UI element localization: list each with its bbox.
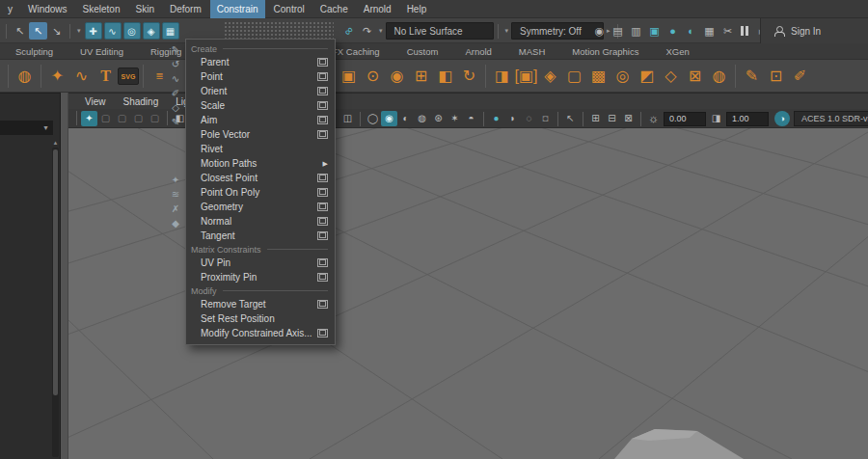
circle-overlap-icon[interactable]: ◉ bbox=[385, 63, 409, 90]
edit-points-icon[interactable]: ⊡ bbox=[764, 63, 788, 90]
menu-item-scale[interactable]: Scale bbox=[186, 98, 335, 113]
menubar-item-cache[interactable]: Cache bbox=[313, 0, 355, 18]
resolution-gate-icon[interactable]: ▥ bbox=[627, 22, 645, 40]
option-box-icon[interactable] bbox=[317, 329, 328, 338]
menubar-item-deform[interactable]: Deform bbox=[163, 0, 208, 18]
snap-curve-icon[interactable]: ∿ bbox=[104, 22, 122, 40]
grid-eye-icon[interactable]: ◉ bbox=[590, 22, 609, 40]
rotate-cube-icon[interactable]: ◧ bbox=[433, 63, 457, 90]
scroll-up-arrow[interactable]: ▲ bbox=[52, 138, 59, 147]
cube-grid-icon[interactable]: ▩ bbox=[586, 63, 610, 90]
vp-gate-icon[interactable]: ▢ bbox=[114, 111, 130, 126]
x-square-icon[interactable]: ⊠ bbox=[683, 63, 707, 90]
pencil-plus-icon[interactable]: ✐ bbox=[788, 63, 812, 90]
rig-rotate-icon[interactable]: ↺ bbox=[172, 57, 179, 71]
menubar-item-windows[interactable]: Windows bbox=[21, 0, 74, 18]
menubar-item-constrain[interactable]: Constrain bbox=[210, 0, 265, 18]
vp-grid-icon[interactable]: ▢ bbox=[97, 111, 114, 126]
vp-axes-icon[interactable]: ▢ bbox=[147, 111, 163, 126]
menu-item-motion-paths[interactable]: Motion Paths▶ bbox=[186, 156, 335, 171]
rig-pencil-icon[interactable]: ✐ bbox=[172, 86, 179, 100]
dof-icon[interactable]: ◌ bbox=[521, 111, 537, 126]
chevron-down-icon[interactable]: ▾ bbox=[505, 27, 509, 35]
shelf-tab-mash[interactable]: MASH bbox=[505, 43, 558, 60]
xray-joints-icon[interactable]: ⊟ bbox=[604, 111, 620, 126]
menu-item-geometry[interactable]: Geometry bbox=[186, 200, 335, 214]
shelf-tab-uv-editing[interactable]: UV Editing bbox=[67, 43, 137, 60]
wireframe-sphere-icon[interactable]: ◯ bbox=[365, 111, 381, 126]
panel-dropdown[interactable]: ▼ bbox=[0, 121, 53, 135]
menu-item-point-on-poly[interactable]: Point On Poly bbox=[186, 185, 335, 200]
menu-item-pole-vector[interactable]: Pole Vector bbox=[186, 127, 335, 142]
shelf-tab-motion-graphics[interactable]: Motion Graphics bbox=[558, 43, 652, 60]
curve-pencil-icon[interactable]: ✎ bbox=[740, 63, 764, 90]
menu-item-closest-point[interactable]: Closest Point bbox=[186, 171, 335, 185]
rig-curve-icon[interactable]: ✎ bbox=[172, 42, 179, 57]
select-component-icon[interactable]: ↘ bbox=[47, 22, 66, 40]
rig-diamond-icon[interactable]: ◇ bbox=[172, 100, 179, 115]
select-hierarchy-icon[interactable]: ↖ bbox=[29, 22, 47, 40]
wire-on-shaded-icon[interactable]: ⊛ bbox=[430, 111, 447, 126]
menubar-item-arnold[interactable]: Arnold bbox=[357, 0, 398, 18]
untextured-icon[interactable]: ⊠ bbox=[620, 111, 637, 126]
select-object-icon[interactable]: ↖ bbox=[11, 22, 29, 40]
exposure-field[interactable]: 0.00 bbox=[664, 112, 706, 126]
option-box-icon[interactable] bbox=[317, 116, 328, 124]
color-management-icon[interactable]: ◑ bbox=[774, 111, 790, 126]
shelf-tab-arnold[interactable]: Arnold bbox=[451, 43, 504, 60]
split-square-icon[interactable]: ◩ bbox=[635, 63, 659, 90]
xray-icon[interactable]: ⊞ bbox=[587, 111, 604, 126]
menu-item-normal[interactable]: Normal bbox=[186, 214, 335, 229]
cube-array-icon[interactable]: ▣ bbox=[337, 63, 361, 90]
chevron-down-icon[interactable]: ▾ bbox=[77, 27, 81, 35]
pause-icon[interactable] bbox=[741, 26, 748, 36]
snap-grid-icon[interactable]: ✚ bbox=[85, 22, 102, 40]
menubar-item-skeleton[interactable]: Skeleton bbox=[76, 0, 127, 18]
fog-icon[interactable]: ◘ bbox=[537, 111, 554, 126]
rig-x-icon[interactable]: ✗ bbox=[172, 202, 179, 216]
textured-sphere-icon[interactable]: ◐ bbox=[397, 111, 414, 126]
menu-item-rivet[interactable]: Rivet bbox=[186, 142, 335, 156]
shelf-tab-custom[interactable]: Custom bbox=[393, 43, 452, 60]
ipr-render-icon[interactable]: ◐ bbox=[682, 22, 700, 40]
film-gate-icon[interactable]: ▤ bbox=[609, 22, 627, 40]
menubar-item-y[interactable]: y bbox=[1, 0, 19, 18]
shaded-sphere-icon[interactable]: ◉ bbox=[381, 111, 397, 126]
option-box-icon[interactable] bbox=[317, 202, 328, 211]
gamma-icon[interactable]: ◨ bbox=[708, 111, 724, 126]
poly-sphere-icon[interactable]: ◍ bbox=[13, 63, 37, 90]
menubar-item-control[interactable]: Control bbox=[267, 0, 312, 18]
shelf-tab-sculpting[interactable]: Sculpting bbox=[2, 43, 67, 60]
motion-blur-icon[interactable]: ◗ bbox=[504, 111, 521, 126]
rotate-cubes-icon[interactable]: ↻ bbox=[457, 63, 481, 90]
diamond-stack-icon[interactable]: ◈ bbox=[538, 63, 562, 90]
gate-mask-icon[interactable]: ▣ bbox=[645, 22, 664, 40]
exposure-icon[interactable]: ☼ bbox=[645, 111, 662, 126]
option-box-icon[interactable] bbox=[317, 174, 328, 182]
wheel-icon[interactable]: ◎ bbox=[610, 63, 635, 90]
render-sphere-icon[interactable]: ● bbox=[664, 22, 682, 40]
wire-cube-icon[interactable]: ▢ bbox=[562, 63, 586, 90]
option-box-icon[interactable] bbox=[317, 72, 328, 81]
viewport-menu-view[interactable]: View bbox=[76, 96, 115, 107]
menu-item-orient[interactable]: Orient bbox=[186, 84, 335, 98]
rig-solid-icon[interactable]: ◆ bbox=[172, 216, 179, 230]
svg-tool-icon[interactable]: SVG bbox=[118, 68, 139, 85]
chevron-down-icon[interactable]: ▾ bbox=[379, 27, 383, 35]
default-light-icon[interactable]: ✶ bbox=[447, 111, 463, 126]
gamma-field[interactable]: 1.00 bbox=[726, 112, 769, 126]
select-highlight-icon[interactable]: ✦ bbox=[81, 111, 97, 126]
panel-splitter[interactable] bbox=[60, 93, 68, 459]
rig-wave-icon[interactable]: ∿ bbox=[172, 71, 179, 86]
menubar-item-skin[interactable]: Skin bbox=[129, 0, 161, 18]
cut-icon[interactable]: ✂ bbox=[719, 22, 737, 40]
menu-item-tangent[interactable]: Tangent bbox=[186, 229, 335, 243]
vp-hud-icon[interactable]: ▢ bbox=[130, 111, 147, 126]
hud-text-icon[interactable]: ◫ bbox=[339, 111, 356, 126]
snap-plane-icon[interactable]: ◈ bbox=[143, 22, 160, 40]
rig-hair-icon[interactable]: ≋ bbox=[172, 187, 179, 202]
panel-scrollbar[interactable] bbox=[52, 148, 59, 457]
option-box-icon[interactable] bbox=[317, 300, 328, 309]
option-box-icon[interactable] bbox=[317, 258, 328, 267]
menu-item-parent[interactable]: Parent bbox=[186, 55, 335, 69]
